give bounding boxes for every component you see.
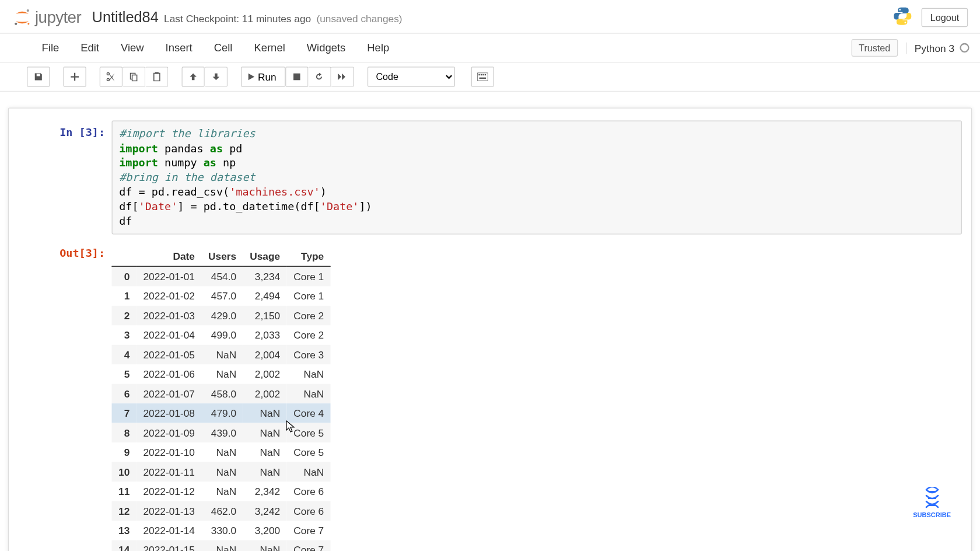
df-cell: NaN [243,442,287,462]
move-down-button[interactable] [205,67,228,87]
restart-run-all-button[interactable] [331,67,354,87]
df-cell: Core 3 [287,345,331,364]
df-cell: Core 5 [287,442,331,462]
menu-file[interactable]: File [31,38,70,58]
svg-rect-8 [132,75,136,81]
cell-type-select[interactable]: Code [367,67,454,87]
table-row: 22022-01-03429.02,150Core 2 [112,306,331,325]
df-cell: Core 7 [287,540,331,551]
paste-button[interactable] [145,67,168,87]
df-cell: 2022-01-02 [136,287,202,306]
df-cell: 2022-01-12 [136,482,202,501]
menu-widgets[interactable]: Widgets [296,38,356,58]
df-cell: NaN [287,462,331,482]
keyboard-icon [477,73,488,81]
df-cell: 2022-01-01 [136,267,202,287]
move-up-button[interactable] [182,67,205,87]
command-palette-button[interactable] [471,67,494,87]
code-input-area[interactable]: #import the librariesimport pandas as pd… [112,121,962,235]
table-row: 112022-01-12NaN2,342Core 6 [112,482,331,501]
save-button[interactable] [27,67,50,87]
df-cell: 2,033 [243,325,287,344]
refresh-icon [314,72,324,81]
menu-cell[interactable]: Cell [203,38,243,58]
df-cell: 479.0 [201,403,243,423]
table-row: 92022-01-10NaNNaNCore 5 [112,442,331,462]
clipboard-icon [152,72,161,81]
df-cell: 2,002 [243,364,287,383]
svg-rect-10 [155,72,158,74]
subscribe-widget[interactable]: SUBSCRIBE [913,487,951,518]
df-index-cell: 3 [112,325,136,344]
df-cell: 2,342 [243,482,287,501]
df-cell: Core 1 [287,287,331,306]
menu-insert[interactable]: Insert [155,38,203,58]
df-index-cell: 0 [112,267,136,287]
input-prompt: In [3]: [14,121,111,235]
df-index-cell: 7 [112,403,136,423]
df-cell: 458.0 [201,384,243,403]
code-cell[interactable]: In [3]: #import the librariesimport pand… [14,121,966,235]
dna-icon [921,487,944,510]
df-col-type: Type [287,246,331,266]
df-cell: 2022-01-07 [136,384,202,403]
df-cell: Core 7 [287,521,331,540]
df-cell: NaN [201,482,243,501]
fast-forward-icon [337,73,346,81]
kernel-idle-icon[interactable] [960,43,969,53]
df-cell: NaN [243,540,287,551]
notebook-header: jupyter Untitled84 Last Checkpoint: 11 m… [0,0,980,34]
df-cell: 2022-01-09 [136,423,202,442]
logout-button[interactable]: Logout [922,8,968,26]
cut-button[interactable] [100,67,123,87]
table-row: 12022-01-02457.02,494Core 1 [112,287,331,306]
insert-cell-button[interactable] [63,67,86,87]
svg-point-2 [27,23,29,25]
df-col-usage: Usage [243,246,287,266]
df-cell: 3,234 [243,267,287,287]
kernel-name[interactable]: Python 3 [915,42,954,54]
notebook-title[interactable]: Untitled84 [92,8,159,26]
df-cell: NaN [201,540,243,551]
svg-point-4 [905,22,907,23]
df-cell: NaN [287,364,331,383]
df-cell: Core 6 [287,501,331,521]
svg-rect-15 [482,74,484,75]
python-logo-icon [892,5,914,29]
table-row: 132022-01-14330.03,200Core 7 [112,521,331,540]
trusted-indicator[interactable]: Trusted [851,39,898,57]
jupyter-logo-icon [12,7,33,27]
df-index-cell: 12 [112,501,136,521]
df-cell: 2022-01-13 [136,501,202,521]
copy-button[interactable] [123,67,145,87]
df-cell: NaN [201,462,243,482]
df-index-cell: 10 [112,462,136,482]
interrupt-button[interactable] [285,67,308,87]
df-cell: 2,494 [243,287,287,306]
df-index-header [112,246,136,266]
df-cell: NaN [201,442,243,462]
df-cell: Core 1 [287,267,331,287]
copy-icon [129,72,138,81]
run-button[interactable]: Run [241,67,285,87]
output-cell: Out[3]: DateUsersUsageType 02022-01-0145… [14,244,966,551]
table-row: 72022-01-08479.0NaNCore 4 [112,403,331,423]
df-cell: 2022-01-15 [136,540,202,551]
df-cell: 2022-01-10 [136,442,202,462]
menu-view[interactable]: View [110,38,155,58]
restart-button[interactable] [308,67,331,87]
menu-kernel[interactable]: Kernel [243,38,296,58]
plus-icon [71,73,79,81]
svg-point-0 [27,9,29,11]
svg-rect-13 [478,74,480,75]
menu-edit[interactable]: Edit [70,38,110,58]
df-cell: NaN [201,345,243,364]
menu-help[interactable]: Help [356,38,400,58]
table-row: 52022-01-06NaN2,002NaN [112,364,331,383]
jupyter-logo[interactable]: jupyter [12,7,81,27]
df-cell: 2,004 [243,345,287,364]
df-cell: 2022-01-03 [136,306,202,325]
df-cell: Core 5 [287,423,331,442]
df-cell: 330.0 [201,521,243,540]
table-row: 62022-01-07458.02,002NaN [112,384,331,403]
